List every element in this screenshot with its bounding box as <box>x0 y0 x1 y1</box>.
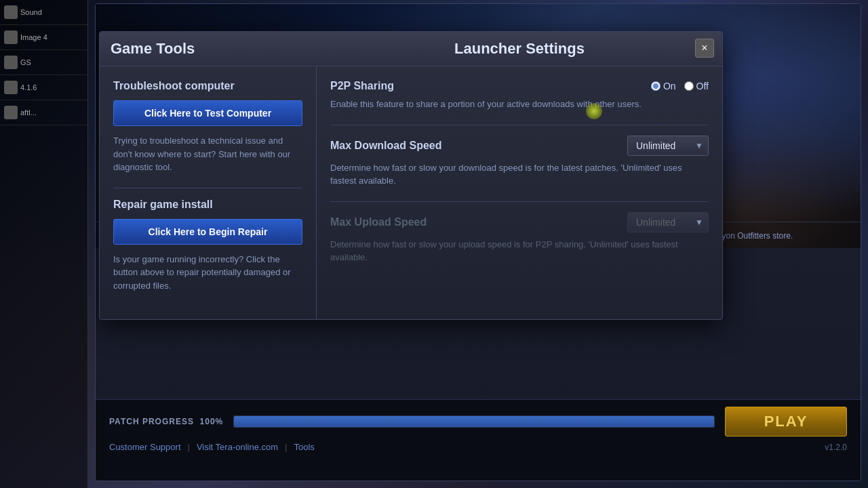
download-dropdown-wrapper: Unlimited 1 MB/s 500 KB/s 250 KB/s 100 K… <box>627 136 709 156</box>
repair-desc: Is your game running incorrectly? Click … <box>113 253 302 293</box>
download-speed-select[interactable]: Unlimited 1 MB/s 500 KB/s 250 KB/s 100 K… <box>627 136 709 156</box>
upload-speed-select[interactable]: Unlimited 1 MB/s 500 KB/s 250 KB/s 100 K… <box>627 212 709 232</box>
p2p-on-text: On <box>663 81 676 92</box>
left-sidebar: Sound Image 4 GS 4.1.6 aftl... <box>0 0 88 488</box>
p2p-off-radio[interactable] <box>684 81 694 91</box>
sidebar-item-app: aftl... <box>0 100 87 125</box>
close-button[interactable]: × <box>695 39 714 58</box>
version-text: v1.2.0 <box>825 443 847 452</box>
sidebar-label-sound: Sound <box>20 8 42 16</box>
upload-name: Max Upload Speed <box>330 216 427 228</box>
download-desc: Determine how fast or slow your download… <box>330 161 709 188</box>
gs-icon <box>4 56 18 69</box>
play-button[interactable]: PLAY <box>725 407 847 436</box>
sidebar-label-gs: GS <box>20 58 31 66</box>
tools-link[interactable]: Tools <box>294 442 314 452</box>
launcher-settings-panel: P2P Sharing On Off <box>317 66 722 319</box>
bottom-bar: PATCH PROGRESS 100% PLAY Customer Suppor… <box>96 399 861 481</box>
p2p-off-text: Off <box>696 81 709 92</box>
sidebar-label-version: 4.1.6 <box>20 83 37 92</box>
patch-progress-row: PATCH PROGRESS 100% PLAY <box>109 407 847 436</box>
visit-tera-link[interactable]: Visit Tera-online.com <box>197 442 278 452</box>
upload-desc: Determine how fast or slow your upload s… <box>330 238 709 264</box>
sidebar-item-image: Image 4 <box>0 25 87 50</box>
test-computer-button[interactable]: Click Here to Test Computer <box>113 100 302 126</box>
separator-2: | <box>285 442 287 452</box>
section-divider <box>113 188 302 188</box>
begin-repair-button[interactable]: Click Here to Begin Repair <box>113 219 302 245</box>
p2p-off-label[interactable]: Off <box>684 81 709 92</box>
launcher-window: Valkyon Outfitters: the in-game store is… <box>95 3 861 481</box>
upload-dropdown-wrapper: Unlimited 1 MB/s 500 KB/s 250 KB/s 100 K… <box>627 212 709 232</box>
patch-label: PATCH PROGRESS 100% <box>109 417 223 426</box>
troubleshoot-desc: Trying to troubleshoot a technical issue… <box>113 134 302 174</box>
dialog-body: Troubleshoot computer Click Here to Test… <box>100 66 722 319</box>
sidebar-label-app: aftl... <box>20 108 37 117</box>
p2p-on-label[interactable]: On <box>651 81 676 92</box>
launcher-settings-title: Launcher Settings <box>328 40 711 58</box>
dialog-header: Game Tools Launcher Settings × <box>100 32 722 66</box>
download-name: Max Download Speed <box>330 140 441 152</box>
settings-dialog: Game Tools Launcher Settings × Troublesh… <box>99 31 723 320</box>
download-header: Max Download Speed Unlimited 1 MB/s 500 … <box>330 136 709 156</box>
dialog-overlay: Valkyon Outfitters: the in-game store is… <box>88 0 868 488</box>
sidebar-item-sound: Sound <box>0 0 87 25</box>
repair-title: Repair game install <box>113 199 302 211</box>
version-icon <box>4 81 18 94</box>
bottom-links: Customer Support | Visit Tera-online.com… <box>109 442 847 452</box>
game-tools-title: Game Tools <box>111 40 328 58</box>
p2p-on-radio[interactable] <box>651 81 660 91</box>
p2p-header: P2P Sharing On Off <box>330 80 709 92</box>
max-upload-row: Max Upload Speed Unlimited 1 MB/s 500 KB… <box>330 212 709 264</box>
p2p-radio-group: On Off <box>651 81 709 92</box>
separator-1: | <box>188 442 190 452</box>
setting-divider-2 <box>330 201 709 202</box>
app-icon <box>4 106 18 119</box>
sidebar-label-image: Image 4 <box>20 33 47 41</box>
setting-divider-1 <box>330 125 709 125</box>
troubleshoot-title: Troubleshoot computer <box>113 80 302 92</box>
max-download-row: Max Download Speed Unlimited 1 MB/s 500 … <box>330 136 709 188</box>
p2p-name: P2P Sharing <box>330 80 394 92</box>
progress-bar-bg <box>233 415 715 428</box>
game-tools-panel: Troubleshoot computer Click Here to Test… <box>100 66 317 319</box>
upload-header: Max Upload Speed Unlimited 1 MB/s 500 KB… <box>330 212 709 232</box>
sidebar-item-gs: GS <box>0 50 87 75</box>
p2p-sharing-row: P2P Sharing On Off <box>330 80 709 111</box>
progress-bar-fill <box>234 416 714 427</box>
customer-support-link[interactable]: Customer Support <box>109 442 181 452</box>
p2p-desc: Enable this feature to share a portion o… <box>330 98 709 111</box>
sound-icon <box>4 5 18 19</box>
image-icon <box>4 30 18 44</box>
sidebar-item-version: 4.1.6 <box>0 75 87 100</box>
